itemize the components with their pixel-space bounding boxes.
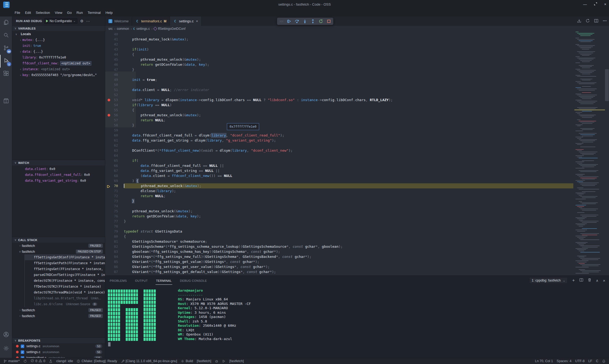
- terminal[interactable]: darn@manjaro------------OS: Manjaro Linu…: [105, 285, 609, 358]
- activity-item-extensions[interactable]: [0, 68, 12, 80]
- variable-row[interactable]: ›instance:<optimized out>: [12, 66, 105, 72]
- restart-button[interactable]: [319, 19, 323, 23]
- status-item-kit[interactable]: [Clang 11.1.0 x86_64-pc-linux-gnu]: [119, 358, 179, 364]
- gutter-line[interactable]: 68: [105, 173, 124, 178]
- code-line[interactable]: }: [124, 219, 573, 224]
- code-line[interactable]: void* library = dlopen(instance->config.…: [124, 97, 573, 102]
- code-line[interactable]: return NULL;: [124, 193, 573, 198]
- variable-row[interactable]: ›key:0x55555556f403 "/org/gnome/deskt…": [12, 72, 105, 78]
- variables-scope[interactable]: ∨Locals: [12, 31, 105, 37]
- gutter-line[interactable]: 78: [105, 224, 124, 229]
- breakpoint-row[interactable]: ✓settings.csrc/common56: [12, 349, 105, 355]
- code-line[interactable]: [124, 72, 573, 77]
- code-line[interactable]: pthread_mutex_lock(&mutex);: [124, 37, 573, 42]
- variables-section-header[interactable]: ∨VARIABLES: [12, 25, 105, 31]
- gutter-line[interactable]: 65: [105, 158, 124, 163]
- gutter-line[interactable]: 67: [105, 168, 124, 173]
- code-line[interactable]: return NULL;: [124, 118, 573, 123]
- variable-row[interactable]: init:true: [12, 43, 105, 49]
- gutter-line[interactable]: 60: [105, 133, 124, 138]
- variable-row[interactable]: ›data:{...}: [12, 49, 105, 55]
- code-lines[interactable]: pthread_mutex_lock(&mutex); if(init) { p…: [124, 32, 573, 275]
- activity-item-source-control[interactable]: 50: [0, 42, 12, 55]
- code-line[interactable]: data.ffdconf_client_read_full = dlsym(li…: [124, 133, 573, 138]
- code-line[interactable]: [124, 153, 573, 158]
- status-item-flask[interactable]: [47, 358, 54, 364]
- call-stack-frame[interactable]: ffSettingsGetDConf(FFinstance * instanc: [25, 254, 105, 260]
- code-line[interactable]: GSettings*(*ffg_settings_new_full)(GSett…: [124, 254, 573, 259]
- gutter-line[interactable]: 82: [105, 244, 124, 249]
- gutter-line[interactable]: 71: [105, 188, 124, 193]
- gutter-line[interactable]: 66: [105, 163, 124, 168]
- code-line[interactable]: GVariant*(*ffg_settings_get_user_value)(…: [124, 264, 573, 269]
- gutter-line[interactable]: 62: [105, 143, 124, 148]
- variable-row[interactable]: ffdconf_client_new:<optimized out>: [12, 60, 105, 66]
- status-item-notifications[interactable]: [600, 358, 607, 364]
- gutter-line[interactable]: 74: [105, 204, 124, 209]
- gutter-line[interactable]: 72: [105, 193, 124, 198]
- activity-item-search[interactable]: [0, 29, 12, 42]
- gutter-line[interactable]: 44: [105, 52, 124, 57]
- status-item-git-branch[interactable]: master*: [2, 358, 22, 364]
- code-line[interactable]: }: [124, 67, 573, 72]
- call-stack-thread[interactable]: ›fastfetchPAUSED: [12, 313, 105, 319]
- gutter-line[interactable]: 73: [105, 198, 124, 204]
- gutter-line[interactable]: 77: [105, 219, 124, 224]
- code-line[interactable]: data.client = NULL; //error indicator: [124, 87, 573, 92]
- minimap[interactable]: [574, 32, 605, 275]
- gutter-line[interactable]: 42: [105, 42, 124, 47]
- gutter-line[interactable]: 69: [105, 178, 124, 183]
- code-viewport[interactable]: 4041424344454647484950515253545556575859…: [105, 32, 609, 275]
- gutter-line[interactable]: 76: [105, 214, 124, 219]
- variable-row[interactable]: library:0x7ffff7ffe1e0: [12, 55, 105, 60]
- new-terminal-button[interactable]: +: [572, 278, 575, 283]
- gutter-line[interactable]: 45: [105, 57, 124, 62]
- activity-item-accounts[interactable]: [0, 329, 12, 341]
- continue-button[interactable]: [287, 19, 291, 23]
- code-line[interactable]: dlclose(library);: [124, 188, 573, 193]
- gutter-line[interactable]: 40: [105, 32, 124, 37]
- step-into-button[interactable]: [303, 19, 307, 23]
- code-line[interactable]: if(library == NULL): [124, 102, 573, 107]
- code-line[interactable]: pthread_mutex_unlock(&mutex);: [124, 57, 573, 62]
- breadcrumb-item[interactable]: ffSettingsGetDConf: [154, 27, 185, 31]
- gutter-line[interactable]: 59: [105, 128, 124, 133]
- editor-gutter[interactable]: 4041424344454647484950515253545556575859…: [105, 32, 124, 275]
- gutter-line[interactable]: 41: [105, 37, 124, 42]
- call-stack-frame[interactable]: parseGTKDConfSettings(FFinstance * inst: [25, 272, 105, 278]
- status-item-run-target[interactable]: [220, 358, 227, 364]
- maximize-panel-button[interactable]: ∧: [596, 279, 599, 283]
- maximize-button[interactable]: [594, 2, 597, 6]
- status-item-build[interactable]: Build: [179, 358, 195, 364]
- drag-grip-icon[interactable]: ⁙⁙: [279, 20, 283, 23]
- code-line[interactable]: [124, 128, 573, 133]
- code-line[interactable]: if(: [124, 158, 573, 163]
- more-actions-icon[interactable]: ···: [86, 19, 90, 23]
- breakpoints-section-header[interactable]: ∨BREAKPOINTS: [12, 337, 105, 343]
- activity-item-explorer[interactable]: [0, 16, 12, 29]
- gutter-line[interactable]: 46: [105, 62, 124, 67]
- code-line[interactable]: GSettingsSchemaSource* schemaSource;: [124, 239, 573, 244]
- gutter-line[interactable]: 63: [105, 148, 124, 153]
- menu-item-terminal[interactable]: Terminal: [85, 9, 103, 16]
- gutter-line[interactable]: 83: [105, 249, 124, 254]
- status-item-sync[interactable]: [22, 358, 29, 364]
- code-line[interactable]: [124, 204, 573, 209]
- status-item-language-mode[interactable]: C: [594, 358, 600, 364]
- call-stack-frame[interactable]: ffDetectGTK2(FFinstance * instance): [25, 284, 105, 289]
- split-terminal-button[interactable]: [579, 278, 583, 283]
- terminal-select[interactable]: 1: cppdbg: fastfetch ⌄: [529, 277, 567, 284]
- editor-scrollbar[interactable]: [605, 69, 609, 101]
- code-line[interactable]: GVariant*(*ffg_settings_get_default_valu…: [124, 269, 573, 274]
- watch-row[interactable]: data.ffg_variant_get_string :0x0: [12, 178, 105, 184]
- close-button[interactable]: ×: [604, 2, 606, 6]
- gutter-line[interactable]: 61: [105, 138, 124, 143]
- menu-item-edit[interactable]: Edit: [23, 9, 33, 16]
- code-line[interactable]: data.ffg_variant_get_string == NULL ||: [124, 168, 573, 173]
- code-line[interactable]: {: [124, 107, 573, 113]
- menu-item-help[interactable]: Help: [103, 9, 115, 16]
- gutter-line[interactable]: 80: [105, 234, 124, 239]
- menu-item-run[interactable]: Run: [74, 9, 85, 16]
- call-stack-frame[interactable]: detectGTK(FFinstance * instance, const: [25, 278, 105, 284]
- menu-item-view[interactable]: View: [52, 9, 65, 16]
